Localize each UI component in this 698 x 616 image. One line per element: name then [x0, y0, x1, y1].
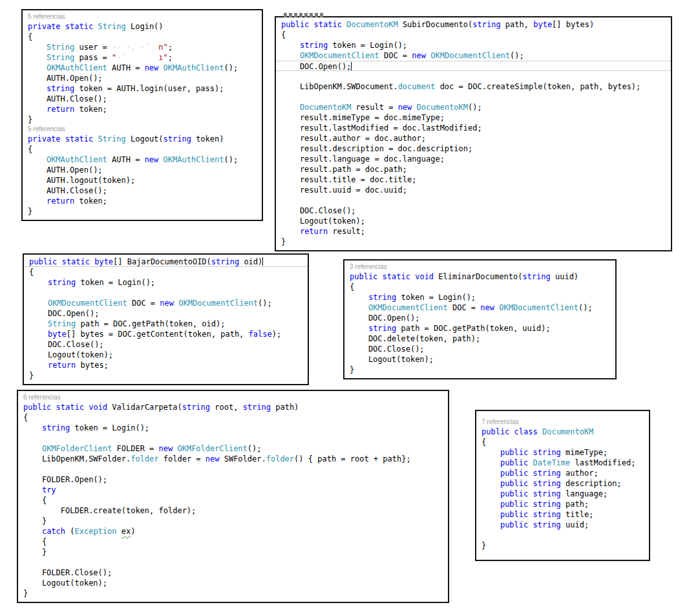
- code-line[interactable]: OKMDocumentClient DOC = new OKMDocumentC…: [29, 298, 302, 308]
- code-line[interactable]: }: [23, 516, 443, 526]
- code-line[interactable]: [281, 92, 666, 102]
- code-line[interactable]: AUTH.Open();: [28, 165, 257, 175]
- code-line[interactable]: {: [23, 536, 443, 547]
- code-line[interactable]: FOLDER.Close();: [23, 568, 443, 578]
- code-line[interactable]: DocumentoKM result = new DocumentoKM();: [281, 102, 666, 112]
- code-line[interactable]: return token;: [28, 196, 257, 206]
- code-line[interactable]: [23, 433, 443, 443]
- code-line[interactable]: FOLDER.Open();: [23, 474, 443, 485]
- code-line[interactable]: public class DocumentoKM: [481, 427, 644, 437]
- code-line[interactable]: FOLDER.create(token, folder);: [23, 505, 443, 516]
- code-line[interactable]: }: [281, 237, 666, 247]
- code-line[interactable]: public static void EliminarDocumento(str…: [350, 271, 610, 282]
- code-line[interactable]: {: [23, 412, 443, 423]
- code-line[interactable]: public static byte[] BajarDocumentoOID(s…: [24, 257, 308, 267]
- code-line[interactable]: {: [29, 267, 302, 277]
- code-line[interactable]: AUTH.Close();: [28, 94, 257, 104]
- code-line[interactable]: result.path = doc.path;: [281, 164, 666, 175]
- code-line[interactable]: {: [28, 144, 257, 154]
- code-line[interactable]: {: [23, 495, 443, 505]
- code-line[interactable]: return token;: [28, 104, 257, 114]
- code-line[interactable]: Logout(token);: [281, 216, 666, 226]
- code-line[interactable]: result.title = doc.title;: [281, 175, 666, 185]
- code-line[interactable]: [29, 288, 302, 298]
- codelens-references[interactable]: 5 referencias: [28, 125, 257, 134]
- code-line[interactable]: result.description = doc.description;: [281, 143, 666, 154]
- code-line[interactable]: OKMAuthClient AUTH = new OKMAuthClient()…: [28, 63, 257, 73]
- codelens-references[interactable]: 7 referencias: [481, 418, 644, 427]
- code-line[interactable]: DOC.Open();: [276, 61, 671, 71]
- code-line[interactable]: DOC.Open();: [350, 313, 610, 323]
- code-line[interactable]: result.uuid = doc.uuid;: [281, 185, 666, 195]
- code-line[interactable]: }: [350, 365, 610, 375]
- code-line[interactable]: public string path;: [481, 499, 644, 509]
- code-line[interactable]: private static String Logout(string toke…: [28, 134, 257, 144]
- code-line[interactable]: OKMFolderClient FOLDER = new OKMFolderCl…: [23, 443, 443, 454]
- code-line[interactable]: LibOpenKM.SWFolder.folder folder = new S…: [23, 454, 443, 464]
- code-line[interactable]: }: [23, 588, 443, 599]
- code-line[interactable]: OKMAuthClient AUTH = new OKMAuthClient()…: [28, 154, 257, 165]
- code-line[interactable]: AUTH.logout(token);: [28, 175, 257, 186]
- code-line[interactable]: {: [281, 30, 666, 40]
- code-line[interactable]: [281, 195, 666, 206]
- codelens-references[interactable]: 3 referencias: [350, 262, 610, 271]
- code-line[interactable]: public DateTime lastModified;: [481, 458, 644, 468]
- code-line[interactable]: DOC.delete(token, path);: [350, 334, 610, 344]
- code-line[interactable]: public string author;: [481, 468, 644, 478]
- code-line[interactable]: OKMDocumentClient DOC = new OKMDocumentC…: [350, 303, 610, 313]
- code-line[interactable]: OKMDocumentClient DOC = new OKMDocumentC…: [281, 50, 666, 61]
- code-line[interactable]: DOC.Close();: [281, 206, 666, 216]
- code-line[interactable]: result.author = doc.author;: [281, 133, 666, 143]
- code-line[interactable]: String user = ·· ·, ·´ n";: [28, 42, 257, 52]
- code-line[interactable]: DOC.Close();: [350, 344, 610, 354]
- code-line[interactable]: public string description;: [481, 478, 644, 489]
- code-line[interactable]: String pass = "·´ ı";: [28, 52, 257, 63]
- code-line[interactable]: public string uuid;: [481, 520, 644, 530]
- code-line[interactable]: [281, 71, 666, 81]
- code-line[interactable]: }: [29, 370, 302, 381]
- code-line[interactable]: DOC.Close();: [29, 339, 302, 350]
- code-line[interactable]: string token = AUTH.login(user, pass);: [28, 83, 257, 94]
- code-line[interactable]: Logout(token);: [23, 578, 443, 588]
- code-line[interactable]: string path = DOC.getPath(token, uuid);: [350, 323, 610, 334]
- code-line[interactable]: Logout(token);: [350, 354, 610, 365]
- code-line[interactable]: {: [28, 32, 257, 42]
- codelens-references[interactable]: 6 referencias: [23, 393, 443, 402]
- code-line[interactable]: AUTH.Open();: [28, 73, 257, 83]
- code-line[interactable]: [23, 557, 443, 568]
- code-line[interactable]: }: [28, 206, 257, 217]
- code-line[interactable]: Logout(token);: [29, 350, 302, 360]
- code-line[interactable]: string token = Login();: [281, 40, 666, 50]
- code-line[interactable]: return result;: [281, 226, 666, 237]
- code-snippet-login-logout: 5 referenciasprivate static String Login…: [21, 9, 263, 221]
- code-line[interactable]: }: [23, 547, 443, 557]
- code-line[interactable]: result.language = doc.language;: [281, 154, 666, 164]
- code-line[interactable]: [23, 464, 443, 474]
- code-line[interactable]: {: [350, 282, 610, 292]
- code-line[interactable]: public static void ValidarCarpeta(string…: [23, 402, 443, 412]
- code-snippet-bajar-documento-oid: public static byte[] BajarDocumentoOID(s…: [23, 253, 309, 385]
- code-line[interactable]: AUTH.Close();: [28, 186, 257, 196]
- code-line[interactable]: LibOpenKM.SWDocument.document doc = DOC.…: [281, 81, 666, 92]
- code-line[interactable]: result.mimeType = doc.mimeType;: [281, 112, 666, 123]
- code-line[interactable]: private static String Login(): [28, 21, 257, 32]
- code-line[interactable]: return bytes;: [29, 360, 302, 370]
- code-line[interactable]: try: [23, 485, 443, 495]
- code-line[interactable]: string token = Login();: [23, 423, 443, 433]
- code-line[interactable]: public string language;: [481, 489, 644, 499]
- code-line[interactable]: {: [481, 437, 644, 447]
- code-line[interactable]: result.lastModified = doc.lastModified;: [281, 123, 666, 133]
- code-line[interactable]: DOC.Open();: [29, 308, 302, 319]
- codelens-references[interactable]: 5 referencias: [28, 12, 257, 21]
- code-line[interactable]: String path = DOC.getPath(token, oid);: [29, 319, 302, 329]
- code-line[interactable]: string token = Login();: [350, 292, 610, 303]
- code-line[interactable]: catch (Exception ex): [23, 526, 443, 536]
- code-line[interactable]: public static DocumentoKM SubirDocumento…: [281, 19, 666, 30]
- code-line[interactable]: [481, 530, 644, 540]
- code-line[interactable]: public string title;: [481, 509, 644, 520]
- code-line[interactable]: string token = Login();: [29, 277, 302, 288]
- code-line[interactable]: public string mimeType;: [481, 447, 644, 458]
- code-line[interactable]: byte[] bytes = DOC.getContent(token, pat…: [29, 329, 302, 339]
- code-line[interactable]: }: [481, 540, 644, 551]
- code-line[interactable]: }: [28, 114, 257, 125]
